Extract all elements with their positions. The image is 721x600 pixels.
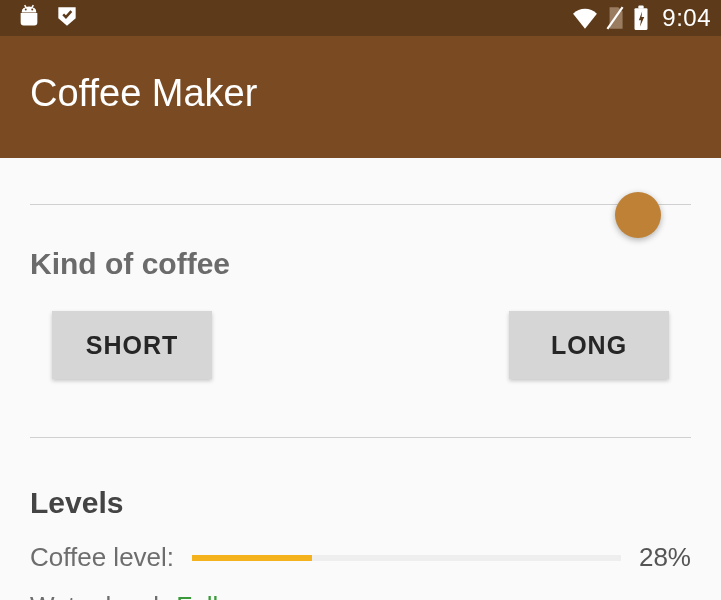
coffee-level-progress <box>192 555 621 561</box>
water-level-label: Water level: <box>30 591 166 600</box>
coffee-level-row: Coffee level: 28% <box>30 542 691 573</box>
status-bar: 9:04 <box>0 0 721 36</box>
coffee-level-percent: 28% <box>639 542 691 573</box>
coffee-level-progress-fill <box>192 555 312 561</box>
app-title: Coffee Maker <box>30 72 257 115</box>
wifi-icon <box>572 7 598 29</box>
water-level-value: Full <box>176 591 218 600</box>
floating-action-hint[interactable] <box>615 192 661 238</box>
short-button[interactable]: SHORT <box>52 311 212 379</box>
svg-point-0 <box>25 9 27 11</box>
no-sim-icon <box>604 5 626 31</box>
status-bar-right: 9:04 <box>572 4 711 32</box>
long-button[interactable]: LONG <box>509 311 669 379</box>
svg-rect-4 <box>639 6 644 9</box>
kind-buttons-row: SHORT LONG <box>30 311 691 379</box>
water-level-row: Water level: Full <box>30 591 691 600</box>
main-content: Kind of coffee SHORT LONG Levels Coffee … <box>0 204 721 600</box>
check-badge-icon <box>54 3 80 33</box>
app-bar: Coffee Maker <box>0 36 721 158</box>
svg-point-1 <box>31 9 33 11</box>
levels-section-title: Levels <box>30 486 691 520</box>
levels-section: Levels Coffee level: 28% Water level: Fu… <box>30 438 691 600</box>
status-clock: 9:04 <box>662 4 711 32</box>
android-icon <box>16 3 42 33</box>
kind-section: Kind of coffee SHORT LONG <box>30 205 691 379</box>
kind-section-title: Kind of coffee <box>30 247 691 281</box>
status-bar-left <box>10 3 80 33</box>
coffee-level-label: Coffee level: <box>30 542 174 573</box>
battery-charging-icon <box>632 5 650 31</box>
